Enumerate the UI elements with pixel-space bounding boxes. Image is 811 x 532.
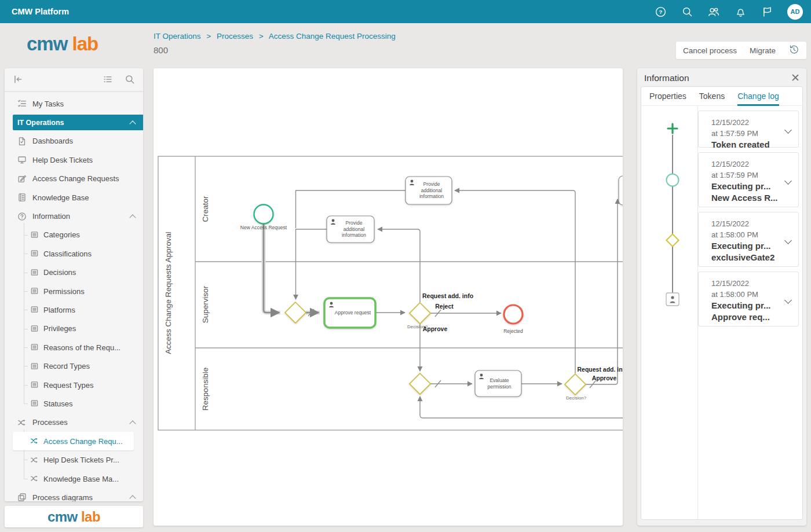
document-icon	[17, 137, 27, 146]
timeline-user-task-icon	[666, 293, 679, 306]
bpmn-pool[interactable]	[158, 156, 623, 430]
sidebar-item-knowledge-base[interactable]: Knowledge Base	[5, 188, 143, 207]
svg-text:?: ?	[659, 9, 662, 15]
sidebar-section-it-operations[interactable]: IT Operations	[13, 115, 143, 130]
breadcrumb-separator: >	[259, 32, 264, 41]
list-view-icon[interactable]	[103, 74, 114, 86]
start-event-new-access-request[interactable]	[254, 205, 273, 224]
table-list-icon	[30, 343, 39, 352]
sidebar-item-record-types[interactable]: Record Types	[5, 357, 143, 375]
changelog-entry[interactable]: 12/15/2022 at 1:57:59 PM Executing pr...…	[698, 152, 799, 207]
table-list-icon	[30, 287, 39, 296]
panel-content-box: Properties Tokens Change log	[641, 86, 803, 520]
sidebar-search-icon[interactable]	[125, 74, 136, 86]
changelog-entry[interactable]: 12/15/2022 at 1:58:00 PM Executing pr...…	[698, 212, 799, 267]
gateway-merge-responsible[interactable]	[410, 373, 430, 394]
gateway-merge-supervisor[interactable]	[285, 302, 306, 323]
panel-title: Information	[644, 73, 689, 83]
chevron-down-icon[interactable]	[784, 237, 792, 244]
sidebar-item-request-types[interactable]: Request Types	[5, 376, 143, 394]
sidebar-section-information[interactable]: Information	[5, 207, 143, 225]
sidebar-item-knowledge-base-process[interactable]: Knowledge Base Ma...	[5, 469, 143, 488]
notifications-bell-icon[interactable]	[734, 5, 747, 18]
timeline-start-event-icon	[667, 174, 679, 186]
changelog-timeline	[641, 106, 697, 519]
changelog-entry[interactable]: 12/15/2022 at 1:58:00 PM Executing pr...…	[698, 271, 799, 326]
tasks-checklist-icon	[17, 99, 27, 108]
panel-tabs: Properties Tokens Change log	[641, 87, 802, 106]
breadcrumb-current-page[interactable]: Access Change Request Processing	[269, 32, 396, 41]
shuffle-icon	[30, 436, 39, 446]
feedback-flag-icon[interactable]	[761, 5, 773, 18]
sidebar-item-help-desk-tickets[interactable]: Help Desk Tickets	[5, 151, 143, 169]
lane-label-creator: Creator	[201, 196, 210, 222]
sidebar-item-privileges[interactable]: Privileges	[5, 320, 143, 338]
breadcrumb-processes[interactable]: Processes	[217, 32, 253, 41]
record-id: 800	[154, 45, 168, 55]
chevron-down-icon[interactable]	[784, 126, 792, 134]
chevron-up-icon	[129, 420, 136, 427]
sidebar-item-reasons-of-the-request[interactable]: Reasons of the Requ...	[5, 338, 143, 357]
sidebar-section-processes[interactable]: Processes	[5, 413, 143, 432]
tab-tokens[interactable]: Tokens	[699, 87, 725, 106]
sidebar-item-permissions[interactable]: Permissions	[5, 282, 143, 300]
table-list-icon	[30, 305, 39, 314]
history-icon[interactable]	[788, 44, 799, 57]
process-actions: Cancel process Migrate	[676, 42, 806, 59]
sidebar: My Tasks IT Operations Dashboards Help D…	[5, 68, 143, 501]
edit-icon	[17, 174, 27, 184]
sidebar-item-categories[interactable]: Categories	[5, 226, 143, 244]
close-icon[interactable]	[791, 74, 799, 82]
chevron-up-icon	[129, 496, 136, 501]
gateway-decision-responsible[interactable]	[565, 374, 586, 395]
table-list-icon	[30, 380, 39, 390]
table-list-icon	[30, 399, 39, 408]
cancel-process-button[interactable]: Cancel process	[683, 46, 737, 55]
lane-label-supervisor: Supervisor	[201, 285, 210, 323]
migrate-button[interactable]: Migrate	[750, 46, 776, 55]
cmw-lab-logo: cmw lab	[27, 33, 98, 55]
executed-path	[264, 224, 320, 313]
sidebar-item-dashboards[interactable]: Dashboards	[5, 132, 143, 151]
sidebar-item-decisions[interactable]: Decisions	[5, 263, 143, 282]
shuffle-icon	[30, 474, 39, 483]
users-icon[interactable]	[707, 5, 720, 18]
user-task-person-icon	[329, 180, 484, 379]
sidebar-header	[5, 68, 143, 91]
table-list-icon	[30, 249, 39, 258]
sidebar-item-access-change-requests[interactable]: Access Change Requests	[5, 170, 143, 188]
task-clipped-right[interactable]	[619, 176, 623, 205]
changelog-entry[interactable]: 12/15/2022 at 1:57:59 PM Token created	[698, 111, 799, 148]
monitor-icon	[17, 155, 27, 164]
chevron-up-icon	[129, 120, 136, 127]
information-panel: Information Properties Tokens Change log	[637, 68, 806, 526]
tab-change-log[interactable]: Change log	[737, 87, 779, 106]
shuffle-icon	[30, 456, 39, 465]
sidebar-item-help-desk-tickets-process[interactable]: Help Desk Tickets Pr...	[5, 450, 143, 469]
user-avatar[interactable]: AD	[787, 4, 803, 20]
sidebar-item-my-tasks[interactable]: My Tasks	[5, 94, 143, 113]
gateway-decision-supervisor[interactable]	[410, 303, 430, 324]
sidebar-item-classifications[interactable]: Classifications	[5, 244, 143, 263]
topbar: CMW Platform ? AD	[0, 0, 811, 23]
breadcrumb-it-operations[interactable]: IT Operations	[154, 32, 201, 41]
sidebar-item-statuses[interactable]: Statuses	[5, 394, 143, 413]
table-list-icon	[30, 230, 39, 240]
collapse-sidebar-icon[interactable]	[13, 74, 24, 86]
sidebar-item-platforms[interactable]: Platforms	[5, 300, 143, 319]
shuffle-icon	[17, 418, 27, 427]
sidebar-section-process-diagrams[interactable]: Process diagrams	[5, 488, 143, 501]
table-list-icon	[30, 362, 39, 371]
search-icon[interactable]	[681, 5, 693, 18]
copy-layers-icon	[17, 493, 27, 501]
breadcrumb-separator: >	[206, 32, 211, 41]
bpmn-canvas[interactable]: Access Change Requests Approval Creator …	[154, 68, 623, 526]
pool-title: Access Change Requests Approval	[164, 232, 173, 354]
tab-properties[interactable]: Properties	[649, 87, 686, 106]
breadcrumb: IT Operations > Processes > Access Chang…	[154, 32, 399, 41]
chevron-down-icon[interactable]	[784, 177, 792, 185]
chevron-down-icon[interactable]	[784, 296, 792, 304]
end-event-rejected[interactable]	[504, 305, 523, 324]
sidebar-item-access-change-request-process[interactable]: Access Change Requ...	[13, 432, 134, 450]
help-icon[interactable]: ?	[654, 5, 667, 18]
